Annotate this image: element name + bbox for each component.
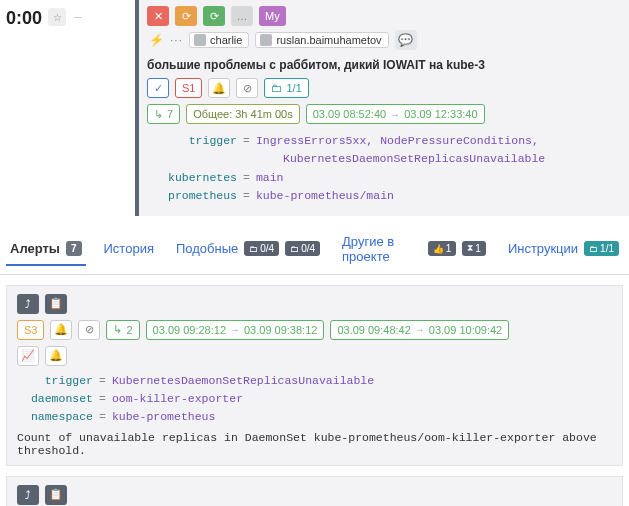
kv-key-trigger: trigger (161, 132, 237, 150)
severity-tag[interactable]: S1 (175, 78, 202, 98)
total-duration-tag: Общее: 3h 41m 00s (186, 104, 300, 124)
tab-history-label: История (104, 241, 154, 256)
tab-history[interactable]: История (100, 233, 158, 266)
user-label: charlie (210, 34, 242, 46)
user-chip-charlie[interactable]: charlie (189, 32, 249, 48)
dots-icon: ··· (170, 33, 183, 47)
kv-val-trigger-1: IngressErrors5xx, NodePressureConditions… (256, 134, 539, 147)
kv-key-trigger: trigger (17, 372, 93, 390)
incident-header-row: 0:00 ☆ – ✕ ⟳ ⟳ … My ⚡ ··· charlie ruslan… (0, 0, 629, 216)
time-range-tag-2: 03.09 09:48:42 → 03.09 10:09:42 (330, 320, 509, 340)
action-row: ✕ ⟳ ⟳ … My (147, 6, 621, 26)
kv-val-trigger: KubernetesDaemonSetReplicasUnavailable (112, 374, 374, 387)
tab-alerts[interactable]: Алерты 7 (6, 233, 86, 266)
tab-others-badge-1: 👍1 (428, 241, 457, 256)
user-chip-ruslan[interactable]: ruslan.baimuhametov (255, 32, 388, 48)
tab-similar-badge-2: 🗀0/4 (285, 241, 320, 256)
tab-others[interactable]: Другие в проекте 👍1 ⧗1 (338, 226, 490, 274)
severity-tag[interactable]: S3 (17, 320, 44, 340)
time-from: 03.09 09:28:12 (153, 324, 226, 336)
star-icon[interactable]: ☆ (48, 8, 66, 26)
tab-instructions[interactable]: Инструкции 🗀1/1 (504, 233, 623, 266)
copy-icon[interactable]: 📋 (45, 485, 67, 505)
tag-row-2: ↳ 7 Общее: 3h 41m 00s 03.09 08:52:40 → 0… (147, 104, 621, 124)
kv-val-daemonset: oom-killer-exporter (112, 392, 243, 405)
refresh-orange-button[interactable]: ⟳ (175, 6, 197, 26)
tab-others-badge-2: ⧗1 (462, 241, 486, 256)
avatar-icon (194, 34, 206, 46)
user-label: ruslan.baimuhametov (276, 34, 381, 46)
mute-tag[interactable]: ⊘ (78, 320, 100, 340)
retry-arrow-icon: ↳ (154, 108, 163, 121)
time-to: 03.09 12:33:40 (404, 108, 477, 120)
tag-row-1: ✓ S1 🔔 ⊘ 🗀 1/1 (147, 78, 621, 98)
timer-column: 0:00 ☆ – (0, 0, 135, 216)
time-to: 03.09 10:09:42 (429, 324, 502, 336)
tab-instructions-badge: 🗀1/1 (584, 241, 619, 256)
chat-button[interactable]: 💬 (395, 30, 417, 50)
mute-tag[interactable]: ⊘ (236, 78, 258, 98)
alert-card: ⤴ 📋 S3 🔔 ⊘ ↳ 2 03.09 09:28:12 → 03.09 09… (6, 285, 623, 466)
tab-similar-label: Подобные (176, 241, 238, 256)
tab-alerts-label: Алерты (10, 241, 60, 256)
incident-title: большие проблемы с раббитом, дикий IOWAI… (147, 56, 621, 78)
bell-tag[interactable]: 🔔 (208, 78, 230, 98)
alert-description: Count of unavailable replicas in DaemonS… (17, 427, 612, 457)
avatar-icon (260, 34, 272, 46)
retry-count-tag[interactable]: ↳ 2 (106, 320, 139, 340)
retry-count: 2 (126, 324, 132, 336)
lightning-icon: ⚡ (149, 33, 164, 47)
alert-kv-block: trigger=KubernetesDaemonSetReplicasUnava… (17, 370, 612, 427)
tabs: Алерты 7 История Подобные 🗀0/4 🗀0/4 Друг… (0, 226, 629, 275)
arrow-icon: → (415, 324, 425, 335)
kv-val-kubernetes: main (256, 171, 284, 184)
kv-key-prometheus: prometheus (161, 187, 237, 205)
expand-icon[interactable]: ⤴ (17, 485, 39, 505)
alert-top-icons: ⤴ 📋 (17, 485, 612, 505)
retry-count-tag[interactable]: ↳ 7 (147, 104, 180, 124)
separator: – (72, 8, 84, 24)
tab-instructions-label: Инструкции (508, 241, 578, 256)
copy-icon[interactable]: 📋 (45, 294, 67, 314)
folder-count: 1/1 (286, 82, 301, 94)
tab-others-label: Другие в проекте (342, 234, 422, 264)
alert-sub-icons: 📈 🔔 (17, 346, 612, 366)
tab-similar[interactable]: Подобные 🗀0/4 🗀0/4 (172, 233, 324, 266)
kv-key-namespace: namespace (17, 408, 93, 426)
kv-val-prometheus: kube-prometheus/main (256, 189, 394, 202)
close-button[interactable]: ✕ (147, 6, 169, 26)
tab-alerts-badge: 7 (66, 241, 82, 256)
kv-key-kubernetes: kubernetes (161, 169, 237, 187)
kv-val-trigger-2: KubernetesDaemonSetReplicasUnavailable (161, 150, 621, 168)
folder-count-tag[interactable]: 🗀 1/1 (264, 78, 308, 98)
alert-tag-row: S3 🔔 ⊘ ↳ 2 03.09 09:28:12 → 03.09 09:38:… (17, 320, 612, 340)
refresh-green-button[interactable]: ⟳ (203, 6, 225, 26)
time-from: 03.09 08:52:40 (313, 108, 386, 120)
timer: 0:00 (6, 8, 42, 29)
meta-row: ⚡ ··· charlie ruslan.baimuhametov 💬 (147, 30, 621, 50)
kv-key-daemonset: daemonset (17, 390, 93, 408)
retry-arrow-icon: ↳ (113, 323, 122, 336)
incident-card: ✕ ⟳ ⟳ … My ⚡ ··· charlie ruslan.baimuham… (135, 0, 629, 216)
alert-card: ⤴ 📋 S3 🔔 ⊘ ↳ 2 03.09 09:27:42 → 03.09 09… (6, 476, 623, 506)
bell-sub-icon[interactable]: 🔔 (45, 346, 67, 366)
arrow-icon: → (230, 324, 240, 335)
assign-me-button[interactable]: My (259, 6, 286, 26)
time-to: 03.09 09:38:12 (244, 324, 317, 336)
retry-count: 7 (167, 108, 173, 120)
kv-val-namespace: kube-prometheus (112, 410, 216, 423)
alert-top-icons: ⤴ 📋 (17, 294, 612, 314)
kv-block: trigger=IngressErrors5xx, NodePressureCo… (147, 130, 621, 206)
time-range-tag-1: 03.09 08:52:40 → 03.09 12:33:40 (306, 104, 485, 124)
expand-icon[interactable]: ⤴ (17, 294, 39, 314)
tab-similar-badge-1: 🗀0/4 (244, 241, 279, 256)
arrow-icon: → (390, 109, 400, 120)
folder-icon: 🗀 (271, 82, 282, 94)
graph-icon[interactable]: 📈 (17, 346, 39, 366)
ack-check-tag[interactable]: ✓ (147, 78, 169, 98)
more-button[interactable]: … (231, 6, 253, 26)
time-from: 03.09 09:48:42 (337, 324, 410, 336)
time-range-tag: 03.09 09:28:12 → 03.09 09:38:12 (146, 320, 325, 340)
bell-tag[interactable]: 🔔 (50, 320, 72, 340)
